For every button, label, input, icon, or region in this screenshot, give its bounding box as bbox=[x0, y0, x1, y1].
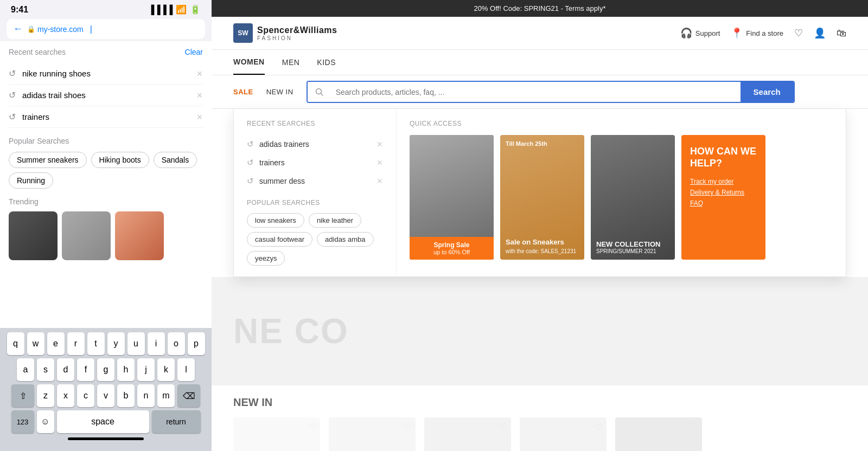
popular-tag[interactable]: nike leather bbox=[309, 213, 361, 228]
dropdown-recent-item[interactable]: ↺ summer dess ✕ bbox=[247, 172, 383, 190]
main-content: NE CO NEW IN SALE ♡ Name and Characteris… bbox=[212, 277, 868, 451]
mobile-status-bar: 9:41 ▐▐▐▐ 📶 🔋 bbox=[0, 0, 212, 17]
announcement-text: 20% Off! Code: SPRING21 - Terms apply* bbox=[474, 4, 605, 12]
popular-tag[interactable]: casual footwear bbox=[247, 232, 312, 247]
trending-image[interactable] bbox=[62, 211, 111, 260]
remove-item-icon[interactable]: ✕ bbox=[376, 177, 383, 185]
trending-image[interactable] bbox=[9, 211, 58, 260]
lock-icon: 🔒 bbox=[27, 25, 35, 33]
key-u[interactable]: u bbox=[127, 332, 145, 355]
svg-line-1 bbox=[321, 93, 323, 95]
nav-kids[interactable]: KIDS bbox=[317, 50, 336, 74]
key-s[interactable]: s bbox=[37, 358, 54, 381]
popular-tag[interactable]: adidas amba bbox=[317, 232, 373, 247]
key-emoji[interactable]: ☺ bbox=[37, 410, 54, 433]
key-g[interactable]: g bbox=[97, 358, 114, 381]
status-time: 9:41 bbox=[11, 5, 28, 15]
cart-icon[interactable]: 🛍 bbox=[837, 28, 846, 39]
key-n[interactable]: n bbox=[137, 384, 155, 407]
card-label: Spring Sale bbox=[414, 241, 489, 249]
mobile-panel: 9:41 ▐▐▐▐ 📶 🔋 ← 🔒 my-store.com | Recent … bbox=[0, 0, 212, 451]
key-e[interactable]: e bbox=[47, 332, 65, 355]
key-k[interactable]: k bbox=[157, 358, 175, 381]
recent-search-item[interactable]: ↺ adidas trail shoes ✕ bbox=[9, 85, 203, 106]
logo-text: Spencer&Williams FASHION bbox=[257, 25, 337, 41]
key-backspace[interactable]: ⌫ bbox=[177, 384, 200, 407]
key-numbers[interactable]: 123 bbox=[11, 410, 34, 433]
trending-image[interactable] bbox=[115, 211, 164, 260]
recent-search-item[interactable]: ↺ nike running shoes ✕ bbox=[9, 63, 203, 85]
nav-women[interactable]: WOMEN bbox=[233, 50, 265, 75]
nav-men[interactable]: MEN bbox=[282, 50, 300, 74]
mobile-address-bar[interactable]: ← 🔒 my-store.com | bbox=[7, 19, 205, 39]
popular-tag[interactable]: Summer sneakers bbox=[9, 152, 87, 168]
key-h[interactable]: h bbox=[117, 358, 135, 381]
search-dropdown: Recent searches ↺ adidas trainers ✕ ↺ tr… bbox=[233, 109, 846, 277]
quick-card-new-collection[interactable]: NEW COLLECTION SPRING/SUMMER 2021 bbox=[591, 135, 675, 260]
faq-link[interactable]: FAQ bbox=[690, 199, 757, 207]
card-sublabel: SPRING/SUMMER 2021 bbox=[596, 248, 669, 254]
remove-item-icon[interactable]: ✕ bbox=[376, 140, 383, 149]
key-a[interactable]: a bbox=[17, 358, 34, 381]
key-o[interactable]: o bbox=[168, 332, 185, 355]
key-d[interactable]: d bbox=[57, 358, 74, 381]
remove-search-icon[interactable]: ✕ bbox=[196, 91, 203, 100]
popular-tag[interactable]: low sneakers bbox=[247, 213, 304, 228]
search-button[interactable]: Search bbox=[741, 82, 794, 102]
key-j[interactable]: j bbox=[137, 358, 155, 381]
search-input[interactable] bbox=[331, 82, 741, 102]
trending-title: Trending bbox=[9, 197, 203, 206]
nav-sale[interactable]: SALE bbox=[233, 88, 253, 96]
delivery-returns-link[interactable]: Delivery & Returns bbox=[690, 189, 757, 196]
track-order-link[interactable]: Track my order bbox=[690, 178, 757, 185]
popular-tag[interactable]: Hiking boots bbox=[91, 152, 149, 168]
remove-item-icon[interactable]: ✕ bbox=[376, 158, 383, 167]
wishlist-icon[interactable]: ♡ bbox=[794, 27, 803, 39]
logo-icon: SW bbox=[233, 23, 253, 43]
key-v[interactable]: v bbox=[97, 384, 114, 407]
popular-tag[interactable]: yeezys bbox=[247, 251, 285, 266]
key-z[interactable]: z bbox=[37, 384, 54, 407]
search-item-text: trainers bbox=[259, 158, 371, 167]
key-m[interactable]: m bbox=[157, 384, 175, 407]
key-l[interactable]: l bbox=[177, 358, 195, 381]
remove-search-icon[interactable]: ✕ bbox=[196, 69, 203, 78]
key-c[interactable]: c bbox=[77, 384, 94, 407]
find-store-link[interactable]: 📍 Find a store bbox=[731, 27, 783, 39]
key-r[interactable]: r bbox=[67, 332, 85, 355]
keyboard-row-4: 123 ☺ space return bbox=[2, 410, 209, 433]
key-b[interactable]: b bbox=[117, 384, 135, 407]
quick-card-help[interactable]: HOW CAN WE HELP? Track my order Delivery… bbox=[681, 135, 765, 260]
dropdown-recent-item[interactable]: ↺ trainers ✕ bbox=[247, 153, 383, 172]
headphone-icon: 🎧 bbox=[680, 27, 692, 39]
find-store-label: Find a store bbox=[746, 29, 783, 37]
key-space[interactable]: space bbox=[57, 410, 149, 433]
popular-tag[interactable]: Sandals bbox=[154, 152, 197, 168]
remove-search-icon[interactable]: ✕ bbox=[196, 113, 203, 121]
key-w[interactable]: w bbox=[27, 332, 44, 355]
popular-tag[interactable]: Running bbox=[9, 172, 53, 189]
dropdown-left: Recent searches ↺ adidas trainers ✕ ↺ tr… bbox=[234, 109, 397, 276]
logo[interactable]: SW Spencer&Williams FASHION bbox=[233, 23, 337, 43]
key-t[interactable]: t bbox=[87, 332, 105, 355]
key-p[interactable]: p bbox=[188, 332, 205, 355]
key-y[interactable]: y bbox=[107, 332, 125, 355]
location-icon: 📍 bbox=[731, 27, 743, 39]
key-return[interactable]: return bbox=[152, 410, 201, 433]
support-link[interactable]: 🎧 Support bbox=[680, 27, 720, 39]
account-icon[interactable]: 👤 bbox=[814, 27, 826, 39]
key-x[interactable]: x bbox=[57, 384, 74, 407]
key-f[interactable]: f bbox=[77, 358, 94, 381]
dropdown-recent-item[interactable]: ↺ adidas trainers ✕ bbox=[247, 135, 383, 153]
nav-new-in[interactable]: NEW IN bbox=[266, 88, 293, 96]
key-q[interactable]: q bbox=[7, 332, 24, 355]
card-label: NEW COLLECTION bbox=[596, 240, 669, 248]
recent-search-item[interactable]: ↺ trainers ✕ bbox=[9, 106, 203, 128]
key-shift[interactable]: ⇧ bbox=[11, 384, 34, 407]
mobile-keyboard: q w e r t y u i o p a s d f g h j k l ⇧ … bbox=[0, 328, 212, 451]
back-button[interactable]: ← bbox=[13, 23, 23, 35]
key-i[interactable]: i bbox=[148, 332, 165, 355]
quick-card-spring-sale[interactable]: Spring Sale up to 60% Off bbox=[410, 135, 494, 260]
quick-card-sneakers-sale[interactable]: Till March 25th Sale on Sneakers with th… bbox=[500, 135, 584, 260]
clear-button[interactable]: Clear bbox=[185, 48, 203, 56]
